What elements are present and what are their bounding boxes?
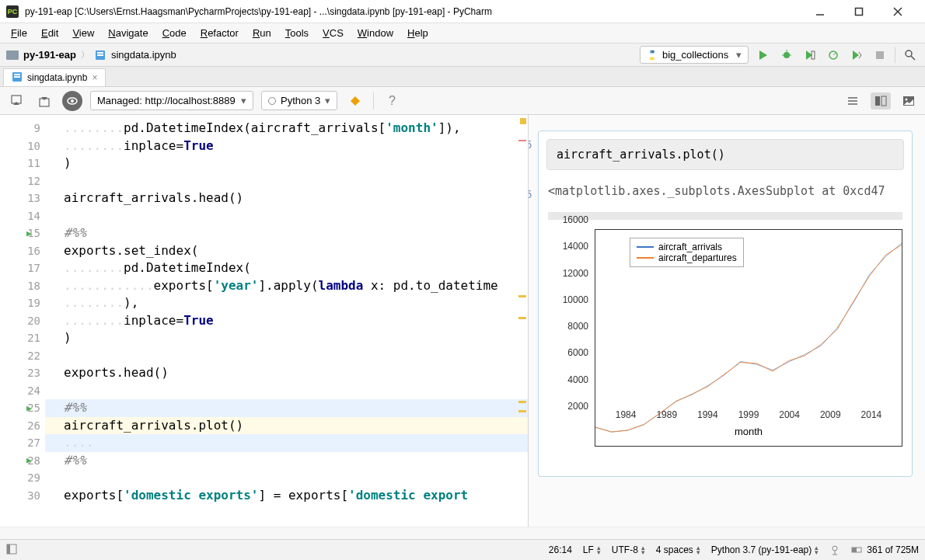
gutter-line[interactable]: 16 <box>0 242 45 260</box>
code-line[interactable]: ........inplace=True <box>64 312 528 330</box>
gutter-line[interactable]: 17 <box>0 259 45 277</box>
run-cell-icon[interactable]: ▶ <box>26 228 32 238</box>
tool-windows-icon[interactable] <box>6 544 22 557</box>
code-line[interactable]: ........pd.DatetimeIndex(aircraft_arriva… <box>64 120 528 137</box>
horizontal-scrollbar[interactable] <box>0 527 925 539</box>
gutter-line[interactable]: 21 <box>0 329 45 347</box>
code-line[interactable]: exports['domestic exports'] = exports['d… <box>64 487 528 505</box>
status-caret-pos[interactable]: 26:14 <box>549 544 572 555</box>
svg-rect-20 <box>14 74 20 75</box>
gutter-line[interactable]: 12 <box>0 172 45 190</box>
gutter-line[interactable]: 10 <box>0 137 45 155</box>
code-line[interactable]: #%% <box>45 399 528 417</box>
code-line[interactable] <box>64 382 528 400</box>
menu-refactor[interactable]: Refactor <box>194 25 245 41</box>
gutter-line[interactable]: 14 <box>0 207 45 225</box>
window-title: py-191-eap [C:\Users\Ernst.Haagsman\Pych… <box>19 6 808 17</box>
code-line[interactable]: ........inplace=True <box>64 137 528 155</box>
svg-point-35 <box>832 546 837 551</box>
gutter-line[interactable]: 30 <box>0 487 45 505</box>
code-line[interactable] <box>64 469 528 487</box>
gutter-line[interactable]: 22 <box>0 347 45 365</box>
gutter-line[interactable]: 29 <box>0 469 45 487</box>
gutter-line[interactable]: 19 <box>0 294 45 312</box>
maximize-button[interactable] <box>847 0 871 23</box>
svg-rect-21 <box>14 76 20 78</box>
code-line[interactable]: aircraft_arrivals.head() <box>64 190 528 207</box>
gutter-line[interactable]: 26 <box>0 417 45 435</box>
code-line[interactable]: ............exports['year'].apply(lambda… <box>64 277 528 295</box>
gutter-line[interactable]: 9 <box>0 120 45 137</box>
gutter-line[interactable]: 25▶ <box>0 399 45 417</box>
menu-run[interactable]: Run <box>246 25 278 41</box>
gutter-line[interactable]: 18 <box>0 277 45 295</box>
menu-navigate[interactable]: Navigate <box>102 25 154 41</box>
menu-help[interactable]: Help <box>401 25 435 41</box>
status-encoding[interactable]: UTF-8▴▾ <box>612 544 645 555</box>
run-cell-icon[interactable]: ▶ <box>26 403 32 413</box>
gutter-line[interactable]: 15▶ <box>0 224 45 242</box>
code-line[interactable] <box>64 207 528 225</box>
gutter-line[interactable]: 13 <box>0 190 45 207</box>
menu-window[interactable]: Window <box>351 25 400 41</box>
gutter-line[interactable]: 24 <box>0 382 45 400</box>
breadcrumb-file[interactable]: singdata.ipynb <box>111 49 176 61</box>
gutter-line[interactable]: 11 <box>0 155 45 172</box>
view-preview-icon[interactable] <box>899 92 919 110</box>
code-line[interactable]: exports.set_index( <box>64 242 528 260</box>
tab-close-icon[interactable]: × <box>92 72 97 83</box>
attach-button[interactable] <box>848 47 865 64</box>
run-coverage-button[interactable] <box>801 47 819 64</box>
code-line[interactable] <box>64 172 528 190</box>
add-cell-above-icon[interactable] <box>34 91 54 111</box>
run-config-selector[interactable]: big_collections ▾ <box>640 46 749 64</box>
server-dropdown[interactable]: Managed: http://localhost:8889 ▾ <box>90 91 253 110</box>
menu-code[interactable]: Code <box>156 25 193 41</box>
code-editor[interactable]: ........pd.DatetimeIndex(aircraft_arriva… <box>45 115 528 559</box>
menu-view[interactable]: View <box>66 25 100 41</box>
status-interpreter[interactable]: Python 3.7 (py-191-eap)▴▾ <box>711 544 819 555</box>
menu-file[interactable]: File <box>5 25 33 41</box>
run-button[interactable] <box>755 47 772 64</box>
code-line[interactable]: #%% <box>64 452 528 470</box>
code-line[interactable] <box>64 347 528 365</box>
stop-button[interactable] <box>871 47 888 64</box>
code-line[interactable]: ) <box>64 329 528 347</box>
code-line[interactable]: exports.head() <box>64 364 528 382</box>
gutter-line[interactable]: 27 <box>0 434 45 452</box>
gutter-line[interactable]: 28▶ <box>0 452 45 470</box>
kernel-dropdown[interactable]: Python 3 ▾ <box>261 91 337 110</box>
navigation-toolbar: py-191-eap 〉 singdata.ipynb big_collecti… <box>0 43 925 67</box>
code-line[interactable]: ........), <box>64 294 528 312</box>
profile-button[interactable] <box>825 47 842 64</box>
view-split-icon[interactable] <box>871 92 891 110</box>
search-icon[interactable] <box>902 47 919 64</box>
add-cell-below-icon[interactable] <box>6 91 26 111</box>
menu-vcs[interactable]: VCS <box>316 25 350 41</box>
menu-tools[interactable]: Tools <box>279 25 315 41</box>
close-button[interactable] <box>886 0 909 23</box>
code-line[interactable]: ) <box>64 155 528 172</box>
chart-legend: aircraft_arrivalsaircraft_departures <box>630 238 744 267</box>
code-line[interactable]: ........pd.DatetimeIndex( <box>64 259 528 277</box>
help-icon[interactable]: ? <box>382 91 402 111</box>
preview-toggle-icon[interactable] <box>62 91 82 111</box>
restart-kernel-icon[interactable] <box>345 91 365 111</box>
breadcrumb-project[interactable]: py-191-eap <box>23 49 76 61</box>
pycharm-icon: PC <box>6 5 19 18</box>
status-inspections-icon[interactable] <box>829 544 840 555</box>
status-indent[interactable]: 4 spaces▴▾ <box>656 544 700 555</box>
status-line-separator[interactable]: LF▴▾ <box>583 544 601 555</box>
code-line[interactable]: aircraft_arrivals.plot() <box>45 417 528 435</box>
tab-singdata[interactable]: singdata.ipynb × <box>3 68 106 86</box>
code-line[interactable]: .... <box>45 434 528 452</box>
code-line[interactable]: #%% <box>64 224 528 242</box>
run-cell-icon[interactable]: ▶ <box>26 455 32 465</box>
view-code-only-icon[interactable] <box>843 92 863 110</box>
debug-button[interactable] <box>778 47 795 64</box>
gutter-line[interactable]: 20 <box>0 312 45 330</box>
status-memory[interactable]: 361 of 725M <box>851 544 919 555</box>
gutter-line[interactable]: 23 <box>0 364 45 382</box>
minimize-button[interactable] <box>808 0 832 23</box>
menu-edit[interactable]: Edit <box>35 25 65 41</box>
